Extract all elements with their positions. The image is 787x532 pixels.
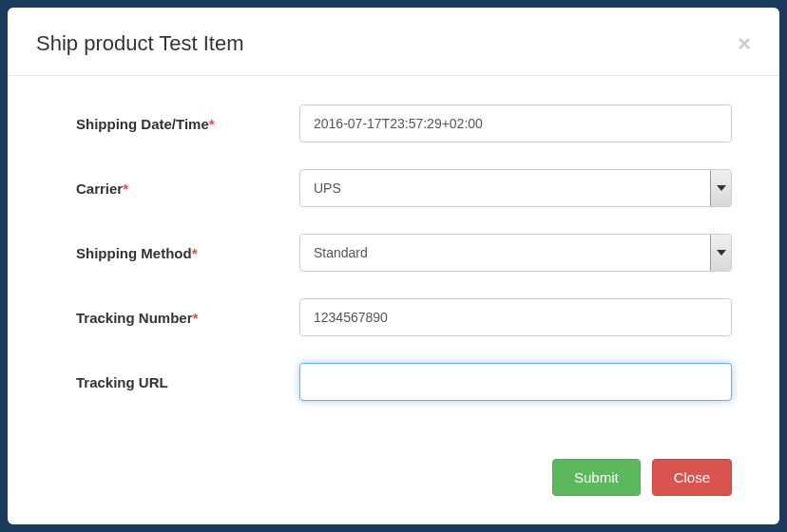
tracking-number-row: Tracking Number* [76,298,732,336]
shipping-method-label: Shipping Method* [76,245,299,261]
label-text: Tracking URL [76,374,168,390]
modal-title: Ship product Test Item [36,31,244,56]
carrier-select[interactable]: UPS [299,169,732,207]
required-mark: * [192,245,198,261]
carrier-select-wrap: UPS [299,169,732,207]
required-mark: * [123,180,128,197]
tracking-url-label: Tracking URL [76,374,299,390]
tracking-number-input[interactable] [299,298,732,336]
modal-body: Shipping Date/Time* Carrier* UPS Shippin… [8,76,779,459]
label-text: Shipping Date/Time [76,116,209,132]
label-text: Carrier [76,180,123,197]
ship-product-modal: Ship product Test Item × Shipping Date/T… [8,8,779,524]
shipping-method-select[interactable]: Standard [299,234,732,272]
shipping-method-select-wrap: Standard [299,234,732,272]
shipping-date-label: Shipping Date/Time* [76,116,299,132]
required-mark: * [193,310,199,326]
label-text: Tracking Number [76,310,193,326]
label-text: Shipping Method [76,245,192,261]
carrier-row: Carrier* UPS [76,169,732,207]
submit-button[interactable]: Submit [552,459,641,496]
close-icon[interactable]: × [738,32,751,55]
shipping-date-row: Shipping Date/Time* [76,104,732,142]
carrier-label: Carrier* [76,180,299,197]
shipping-date-input[interactable] [299,104,732,142]
shipping-method-row: Shipping Method* Standard [76,234,732,272]
tracking-url-input[interactable] [299,363,732,401]
modal-header: Ship product Test Item × [8,8,779,76]
tracking-url-row: Tracking URL [76,363,732,401]
close-button[interactable]: Close [652,459,732,496]
modal-footer: Submit Close [8,459,779,524]
tracking-number-label: Tracking Number* [76,310,299,326]
required-mark: * [209,116,215,132]
